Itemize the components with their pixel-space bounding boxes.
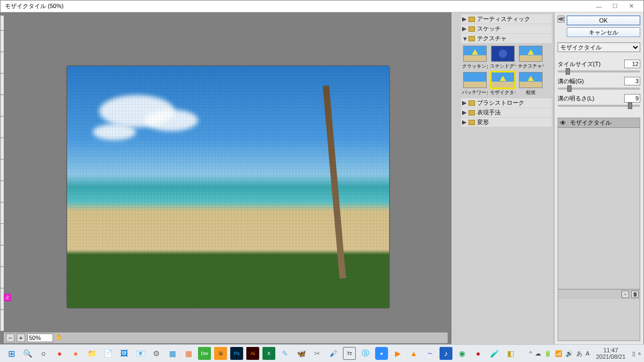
- taskbar-app-zoom[interactable]: ▪: [375, 347, 388, 360]
- taskbar-app-generic[interactable]: ◧: [504, 347, 517, 360]
- tile-size-input[interactable]: [624, 60, 640, 68]
- cancel-button[interactable]: キャンセル: [567, 27, 640, 37]
- category-brushstroke[interactable]: ▶ ブラシストローク: [461, 98, 552, 107]
- category-label: 表現手法: [477, 108, 501, 117]
- taskbar-app-7zip[interactable]: 7z: [343, 347, 356, 360]
- filter-thumb-grain[interactable]: 粒状: [518, 72, 544, 96]
- taskbar-app-firefox[interactable]: ●: [69, 347, 82, 360]
- taskbar-app-outlook[interactable]: 📧: [134, 347, 147, 360]
- category-sketch[interactable]: ▶ スケッチ: [461, 24, 552, 33]
- thumb-label: 粒状: [518, 89, 544, 96]
- thumb-preview: [519, 46, 543, 62]
- filter-gallery-window: モザイクタイル (50%) — ☐ ✕ 止 − + ✋: [0, 0, 644, 344]
- tray-ime-mode-icon[interactable]: A: [586, 350, 589, 357]
- taskbar-app-skype[interactable]: Ⓢ: [359, 347, 372, 360]
- zoom-in-button[interactable]: +: [17, 334, 25, 342]
- taskbar-app-excel[interactable]: X: [262, 347, 275, 360]
- tray-volume-icon[interactable]: 🔊: [566, 350, 573, 357]
- folder-icon: [469, 100, 475, 106]
- category-label: テクスチャ: [477, 34, 507, 42]
- thumb-preview: [463, 72, 487, 88]
- folder-icon: [469, 26, 475, 32]
- grout-lightness-slider[interactable]: [558, 105, 640, 107]
- disclosure-triangle-icon: ▶: [462, 99, 466, 106]
- tray-ime-icon[interactable]: あ: [576, 350, 582, 358]
- filter-thumb-texturizer[interactable]: テクスチャライザー: [518, 46, 544, 70]
- settings-pane: ≪ OK キャンセル モザイクタイル タイルサイズ(T) 溝の幅(G): [554, 12, 643, 344]
- windows-taskbar: ⊞ 🔍 ○ ● ● 📁 📄 🖼 📧 ⚙ ▦ ▦ Dw ≡ Ps Ai X ✎ 🦋…: [0, 344, 644, 362]
- category-artistic[interactable]: ▶ アーティスティック: [461, 15, 552, 24]
- taskbar-app-music[interactable]: ♪: [440, 347, 452, 360]
- cortana-icon[interactable]: ○: [37, 347, 50, 360]
- taskbar-app-notepad[interactable]: 📄: [101, 347, 114, 360]
- folder-icon: [469, 17, 475, 22]
- taskbar-app-sublime[interactable]: ≡: [214, 347, 227, 360]
- taskbar-app-explorer[interactable]: 📁: [85, 347, 98, 360]
- tile-size-slider[interactable]: [558, 70, 640, 73]
- category-label: スケッチ: [477, 25, 501, 33]
- tray-notification-badge: 6: [639, 351, 641, 356]
- filter-thumb-mosaic-tiles[interactable]: モザイクタイル: [490, 72, 516, 96]
- minimize-button[interactable]: —: [591, 3, 607, 10]
- zoom-level-field[interactable]: [27, 334, 53, 342]
- grout-width-slider[interactable]: [558, 88, 640, 90]
- filter-thumb-patchwork[interactable]: パッチワーク: [462, 72, 488, 96]
- param-tile-size: タイルサイズ(T): [558, 60, 640, 68]
- taskbar-app-generic[interactable]: ▦: [166, 347, 179, 360]
- taskbar-app-generic[interactable]: ✎: [279, 347, 291, 360]
- search-icon[interactable]: 🔍: [21, 347, 34, 360]
- filter-thumb-craquelure[interactable]: クラッキング: [462, 46, 488, 70]
- start-button[interactable]: ⊞: [5, 347, 18, 360]
- tray-battery-icon[interactable]: 🔋: [544, 350, 552, 357]
- thumb-label: クラッキング: [462, 63, 488, 70]
- preview-toolbar: − + ✋: [4, 332, 448, 343]
- taskbar-app-illustrator[interactable]: Ai: [246, 347, 259, 360]
- panel-toggle-column[interactable]: [451, 12, 459, 344]
- taskbar-app-generic[interactable]: ◉: [456, 347, 469, 360]
- taskbar-app-media[interactable]: ▶: [391, 347, 404, 360]
- thumb-label: テクスチャライザー: [518, 63, 544, 70]
- taskbar-app-record[interactable]: ●: [472, 347, 485, 360]
- zoom-out-button[interactable]: −: [6, 334, 14, 342]
- taskbar-app-generic[interactable]: ✂: [311, 347, 324, 360]
- taskbar-clock[interactable]: 11:47 2021/08/21: [592, 347, 628, 360]
- taskbar-app-chrome[interactable]: ●: [53, 347, 66, 360]
- tray-overflow-icon[interactable]: ^: [529, 350, 532, 357]
- taskbar-app-generic[interactable]: ▦: [182, 347, 195, 360]
- preview-viewport[interactable]: [4, 16, 448, 331]
- effect-stack-item[interactable]: 👁 モザイクタイル: [558, 118, 640, 128]
- tray-notifications-icon[interactable]: ▯: [632, 350, 635, 357]
- effect-stack-footer: ▫ 🗑: [558, 289, 640, 299]
- filter-select[interactable]: モザイクタイル: [558, 42, 640, 52]
- thumb-label: ステンドグラス: [490, 63, 516, 70]
- effect-stack: 👁 モザイクタイル ▫ 🗑: [558, 118, 640, 341]
- grout-width-input[interactable]: [624, 77, 640, 85]
- tray-onedrive-icon[interactable]: ☁: [535, 350, 541, 357]
- taskbar-app-generic[interactable]: 🧪: [488, 347, 501, 360]
- filter-select-dropdown[interactable]: モザイクタイル: [558, 42, 640, 52]
- close-button[interactable]: ✕: [623, 3, 639, 10]
- taskbar-app-photos[interactable]: 🖼: [118, 347, 130, 360]
- maximize-button[interactable]: ☐: [607, 3, 623, 10]
- new-effect-layer-button[interactable]: ▫: [621, 291, 629, 298]
- collapse-settings-button[interactable]: ≪: [558, 16, 565, 23]
- category-distort[interactable]: ▶ 変形: [461, 118, 552, 127]
- filter-thumb-stained-glass[interactable]: ステンドグラス: [490, 46, 516, 70]
- taskbar-app-photoshop[interactable]: Ps: [230, 347, 243, 360]
- taskbar-app-vlc[interactable]: ▲: [407, 347, 420, 360]
- taskbar-app-generic[interactable]: ~: [423, 347, 436, 360]
- taskbar-app-settings[interactable]: ⚙: [150, 347, 163, 360]
- tray-network-icon[interactable]: 📶: [555, 350, 562, 357]
- ok-button[interactable]: OK: [567, 16, 640, 25]
- taskbar-app-dreamweaver[interactable]: Dw: [198, 347, 211, 360]
- category-label: 変形: [477, 118, 489, 126]
- hand-tool-icon[interactable]: ✋: [55, 334, 64, 342]
- grout-lightness-input[interactable]: [624, 94, 640, 103]
- disclosure-triangle-icon: ▶: [462, 119, 466, 126]
- visibility-eye-icon[interactable]: 👁: [558, 119, 568, 127]
- category-expression[interactable]: ▶ 表現手法: [461, 108, 552, 117]
- taskbar-app-generic[interactable]: 🦋: [295, 347, 308, 360]
- category-texture[interactable]: ▼ テクスチャ: [461, 34, 552, 43]
- delete-effect-layer-button[interactable]: 🗑: [631, 291, 639, 298]
- taskbar-app-generic[interactable]: 🖌: [327, 347, 340, 360]
